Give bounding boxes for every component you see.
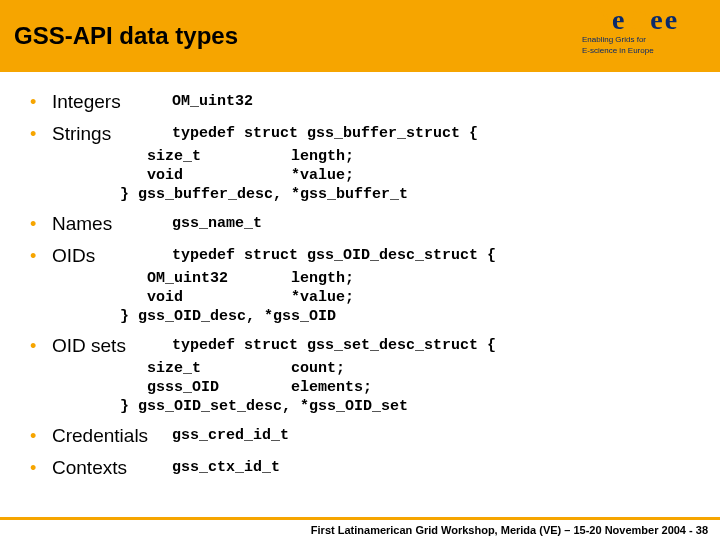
item-label: Names: [52, 212, 172, 236]
bullet-icon: •: [30, 456, 52, 480]
swirl-icon: [578, 3, 611, 36]
item-oids: • OIDs typedef struct gss_OID_desc_struc…: [30, 244, 700, 326]
logo-letter: e: [650, 6, 662, 34]
logo-letter: e: [612, 6, 624, 34]
item-label: Contexts: [52, 456, 172, 480]
bullet-icon: •: [30, 212, 52, 236]
bullet-icon: •: [30, 424, 52, 448]
item-label: Strings: [52, 122, 172, 146]
footer-text: First Latinamerican Grid Workshop, Merid…: [311, 524, 708, 536]
item-strings: • Strings typedef struct gss_buffer_stru…: [30, 122, 700, 204]
item-code: typedef struct gss_OID_desc_struct {: [172, 244, 496, 266]
slide-title: GSS-API data types: [14, 22, 238, 50]
bullet-icon: •: [30, 90, 52, 114]
footer-bar: [0, 517, 720, 520]
item-code: gss_ctx_id_t: [172, 456, 280, 478]
logo-mark: e G e e: [582, 6, 677, 34]
item-oidsets: • OID sets typedef struct gss_set_desc_s…: [30, 334, 700, 416]
item-code: gss_cred_id_t: [172, 424, 289, 446]
slide: GSS-API data types e G e e Enabling Grid…: [0, 0, 720, 540]
item-label: Integers: [52, 90, 172, 114]
item-code: gss_name_t: [172, 212, 262, 234]
code-block: size_t length; void *value; } gss_buffer…: [102, 147, 700, 204]
item-label: OIDs: [52, 244, 172, 268]
bullet-icon: •: [30, 122, 52, 146]
item-code: typedef struct gss_set_desc_struct {: [172, 334, 496, 356]
item-contexts: • Contexts gss_ctx_id_t: [30, 456, 700, 480]
item-credentials: • Credentials gss_cred_id_t: [30, 424, 700, 448]
logo: e G e e Enabling Grids for E-science in …: [582, 6, 710, 74]
item-code: OM_uint32: [172, 90, 253, 112]
item-integers: • Integers OM_uint32: [30, 90, 700, 114]
item-label: OID sets: [52, 334, 172, 358]
code-block: OM_uint32 length; void *value; } gss_OID…: [102, 269, 700, 326]
logo-letter: G: [626, 6, 648, 34]
item-code: typedef struct gss_buffer_struct {: [172, 122, 478, 144]
bullet-icon: •: [30, 244, 52, 268]
item-names: • Names gss_name_t: [30, 212, 700, 236]
logo-letter: e: [665, 6, 677, 34]
bullet-icon: •: [30, 334, 52, 358]
item-label: Credentials: [52, 424, 172, 448]
slide-body: • Integers OM_uint32 • Strings typedef s…: [0, 72, 720, 480]
logo-tagline: E-science in Europe: [582, 47, 654, 56]
code-block: size_t count; gsss_OID elements; } gss_O…: [102, 359, 700, 416]
logo-tagline: Enabling Grids for: [582, 36, 646, 45]
